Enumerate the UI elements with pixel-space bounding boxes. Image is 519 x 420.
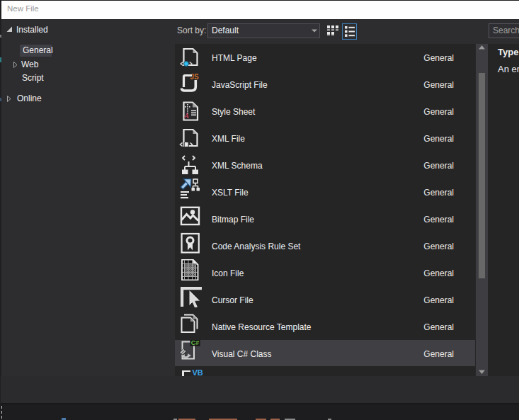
svg-text:A: A: [183, 112, 189, 120]
svg-text:C#: C#: [191, 340, 200, 346]
svg-text:JS: JS: [190, 74, 200, 81]
